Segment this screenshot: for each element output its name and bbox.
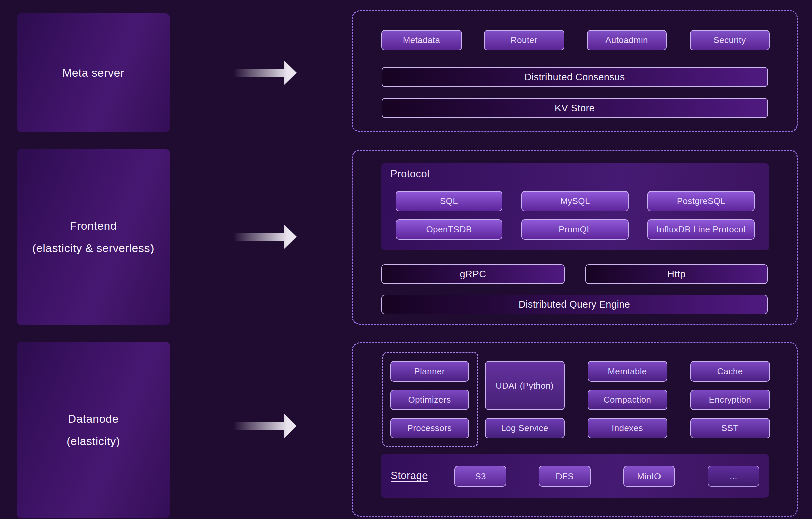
opentsdb-node: OpenTSDB — [396, 220, 502, 240]
node-label: Log Service — [501, 423, 548, 433]
storage-panel: Storage S3 DFS MinIO ... — [381, 454, 768, 498]
node-label: InfluxDB Line Protocol — [657, 224, 746, 235]
node-label: S3 — [475, 471, 486, 482]
dfs-node: DFS — [539, 466, 590, 487]
postgresql-node: PostgreSQL — [647, 191, 755, 211]
node-label: PostgreSQL — [677, 196, 726, 206]
node-label: MySQL — [560, 196, 590, 206]
bar-label: Distributed Query Engine — [519, 299, 630, 310]
architecture-diagram: Meta server Frontend (elasticity & serve… — [0, 0, 812, 519]
right-arrow-icon — [233, 223, 297, 250]
minio-node: MinIO — [624, 466, 675, 487]
bar-label: Http — [667, 268, 686, 280]
sst-node: SST — [690, 418, 770, 438]
protocol-panel: Protocol SQL MySQL PostgreSQL OpenTSDB P… — [381, 163, 769, 251]
node-label: Indexes — [612, 423, 643, 433]
udaf-python-node: UDAF(Python) — [485, 361, 564, 410]
box-title: Meta server — [62, 66, 124, 79]
box-title: Frontend — [70, 220, 117, 232]
promql-node: PromQL — [521, 220, 629, 240]
processors-node: Processors — [390, 418, 469, 438]
box-title: Datanode — [68, 412, 119, 425]
planner-node: Planner — [390, 361, 469, 381]
distributed-query-engine-bar: Distributed Query Engine — [381, 295, 767, 314]
node-label: SST — [721, 423, 739, 433]
node-label: Memtable — [608, 366, 647, 377]
kv-store-bar: KV Store — [382, 98, 768, 118]
frontend-section: Protocol SQL MySQL PostgreSQL OpenTSDB P… — [352, 150, 798, 325]
datanode-box: Datanode (elasticity) — [17, 342, 170, 518]
distributed-consensus-bar: Distributed Consensus — [382, 67, 768, 87]
node-label: ... — [730, 471, 737, 482]
meta-server-box: Meta server — [17, 13, 170, 132]
encryption-node: Encryption — [690, 390, 770, 410]
optimizers-node: Optimizers — [390, 390, 469, 410]
node-label: Planner — [414, 366, 445, 377]
datanode-section: Planner Optimizers Processors UDAF(Pytho… — [352, 342, 798, 517]
bar-label: Distributed Consensus — [524, 71, 625, 83]
mysql-node: MySQL — [521, 191, 629, 211]
autoadmin-node: Autoadmin — [587, 30, 667, 51]
log-service-node: Log Service — [485, 418, 564, 438]
node-label: DFS — [556, 471, 574, 482]
node-label: Autoadmin — [605, 35, 648, 46]
box-subtitle: (elasticity & serverless) — [32, 242, 154, 255]
protocol-label: Protocol — [390, 168, 430, 180]
s3-node: S3 — [455, 466, 506, 487]
right-arrow-icon — [233, 59, 297, 86]
node-label: UDAF(Python) — [496, 380, 554, 391]
node-label: Security — [713, 35, 746, 46]
node-label: Processors — [407, 423, 452, 433]
grpc-bar: gRPC — [381, 264, 564, 284]
node-label: OpenTSDB — [426, 224, 471, 235]
indexes-node: Indexes — [588, 418, 667, 438]
sql-node: SQL — [396, 191, 502, 211]
cache-node: Cache — [690, 361, 770, 381]
node-label: Metadata — [403, 35, 440, 46]
node-label: MinIO — [637, 471, 661, 482]
node-label: Cache — [717, 366, 743, 377]
router-node: Router — [484, 30, 564, 51]
node-label: PromQL — [558, 224, 591, 235]
http-bar: Http — [585, 264, 767, 284]
box-subtitle: (elasticity) — [66, 435, 120, 448]
node-label: SQL — [440, 196, 458, 206]
right-arrow-icon — [233, 413, 297, 439]
influxdb-line-protocol-node: InfluxDB Line Protocol — [647, 220, 755, 240]
memtable-node: Memtable — [588, 361, 667, 381]
node-label: Optimizers — [408, 395, 451, 405]
storage-label: Storage — [390, 469, 428, 482]
security-node: Security — [690, 30, 770, 51]
meta-section: Metadata Router Autoadmin Security Distr… — [352, 10, 798, 132]
compaction-node: Compaction — [588, 390, 667, 410]
frontend-box: Frontend (elasticity & serverless) — [17, 149, 170, 325]
bar-label: KV Store — [555, 103, 594, 114]
bar-label: gRPC — [460, 268, 486, 280]
node-label: Router — [511, 35, 538, 46]
node-label: Compaction — [604, 395, 651, 405]
node-label: Encryption — [709, 395, 751, 405]
more-storage-node: ... — [708, 466, 759, 487]
metadata-node: Metadata — [381, 30, 462, 51]
